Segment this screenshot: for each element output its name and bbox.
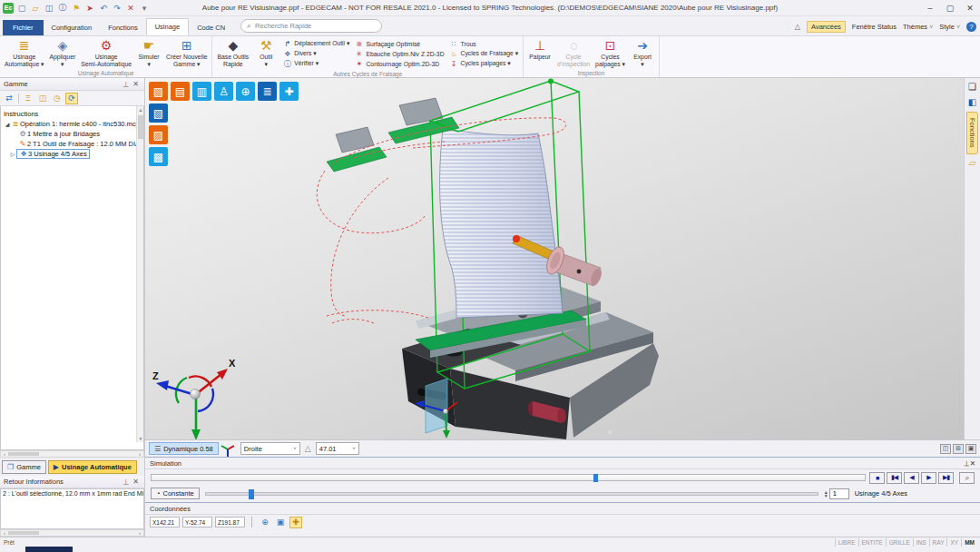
info-icon[interactable]: ⓘ [57,3,68,14]
open-folder-icon[interactable]: ▱ [30,3,41,14]
tab-usinage[interactable]: Usinage [146,18,190,35]
cycles-palpages-button[interactable]: ⊡ Cycles palpages ▾ [593,37,628,69]
appliquer-button[interactable]: ◈ Appliquer ▾ [46,37,78,69]
cycle-inspection-button[interactable]: ◌ Cycle d'Inspection [554,37,593,69]
retour-pin-icon[interactable]: ⊤ [121,478,131,486]
outil-button[interactable]: ⚒ Outil ▾ [251,37,280,70]
cycles-de-fraisage-button[interactable]: ♨ Cycles de Fraisage ▾ [450,49,518,58]
maximize-button[interactable]: ▢ [940,1,960,15]
cycles-palpages-small-button[interactable]: ↧ Cycles palpages ▾ [450,59,518,68]
simulation-close-icon[interactable]: ✕ [970,459,975,468]
y-coordinate-field[interactable]: Y-52.74 [182,517,212,527]
tree-item-bridages[interactable]: ⚙ 1 Mettre à jour Bridages [4,129,142,139]
retour-horizontal-scrollbar[interactable]: ‹› [0,529,144,537]
creer-nouvelle-gamme-button[interactable]: ⊞ Créer Nouvelle Gamme ▾ [163,37,210,69]
list-display-icon[interactable]: ≣ [258,82,277,101]
simulation-progress-bar[interactable] [151,474,866,481]
tree-root-instructions[interactable]: Instructions [4,109,142,119]
stop-button[interactable]: ■ [869,472,885,484]
gamme-close-icon[interactable]: ✕ [131,80,141,88]
flag-icon[interactable]: ⚑ [71,3,82,14]
stock-display-icon[interactable]: ▧ [149,82,168,101]
gamme-pin-icon[interactable]: ⊤ [121,80,131,88]
gamme-vertical-scrollbar[interactable]: ▲ ▼ [136,106,143,442]
solid-view-icon[interactable]: ▧ [149,104,168,123]
machining-table-icon[interactable]: ▤ [171,82,190,101]
tab-fonctions[interactable]: Fonctions [100,20,146,35]
trous-button[interactable]: ∷ Trous [450,39,518,48]
stock-view-icon[interactable]: ▨ [149,125,168,144]
undo-icon[interactable]: ↶ [98,3,109,14]
z-coordinate-field[interactable]: Z191.87 [215,517,245,527]
save-icon[interactable]: ◫ [44,3,54,14]
advanced-toggle[interactable]: Avancées [807,21,846,33]
speed-slider-handle[interactable] [249,489,254,499]
expand-arrow-icon[interactable]: ◢ [4,121,11,127]
deplacement-outil-button[interactable]: ↱ Déplacement Outil ▾ [283,39,349,48]
gamme-machine-view-icon[interactable]: ◫ [36,93,49,104]
contournage-optim-button[interactable]: ✶ Contournage Optim.2D-3D [355,59,444,68]
angle-value-select[interactable]: 47.01 ˅ [316,442,359,455]
speed-slider[interactable] [205,492,818,496]
layout-grid-icon[interactable]: ▣ [965,444,976,454]
machine-display-icon[interactable]: ▥ [192,82,211,101]
gamme-regenerate-icon[interactable]: ⟳ [65,93,78,104]
tab-gamme-panel[interactable]: ❐ Gamme [2,460,46,474]
go-to-end-button[interactable]: ▶▮ [938,472,954,484]
palpeur-button[interactable]: ⊥ Palpeur [525,37,554,69]
tool-display-icon[interactable]: ♙ [214,82,233,101]
tab-fichier[interactable]: Fichier [3,20,44,35]
window-status-menu[interactable]: Fenêtre Status [852,23,897,31]
close-button[interactable]: ✕ [960,1,980,15]
redo-icon[interactable]: ↷ [112,3,122,14]
collapse-ribbon-icon[interactable]: △ [795,23,800,31]
dynamic-mode-chip[interactable]: ☰ Dynamique 0.58 [149,442,219,455]
progress-marker[interactable] [593,474,598,482]
gamme-horizontal-scrollbar[interactable]: ‹› [0,450,144,458]
surfacage-optimise-button[interactable]: ≋ Surfaçage Optimisé [355,39,444,48]
analyze-icon[interactable]: ⌕ [959,472,975,484]
status-grille[interactable]: GRILLE [886,538,913,547]
step-back-button[interactable]: ◀ [904,472,919,484]
x-coordinate-field[interactable]: X142.21 [150,517,180,527]
viewport-scene[interactable]: Z X Y ▧ ▤ ▥ ♙ ⊕ ≣ ✚ ▧ ▨ ▩ [145,78,964,439]
quick-search-input[interactable]: ⌕ Recherche Rapide [240,19,382,33]
help-icon[interactable]: ? [966,22,976,32]
simuler-button[interactable]: ☛ Simuler ▾ [134,37,163,69]
usinage-semi-automatique-button[interactable]: ⚙ Usinage Semi-Automatique [78,37,134,69]
layout-split-icon[interactable]: ⊞ [953,444,964,454]
gamme-sequence-icon[interactable]: Ξ [22,93,34,104]
status-xy[interactable]: XY [946,538,961,547]
divers-button[interactable]: ❖ Divers ▾ [283,49,349,58]
tree-item-usinage-45-axes[interactable]: ▷ ❖ 3 Usinage 4/5 Axes [4,149,142,159]
go-to-start-button[interactable]: ▮◀ [887,472,902,484]
status-libre[interactable]: LIBRE [835,538,858,547]
simulation-pin-icon[interactable]: ⊤ [964,459,970,468]
minimize-button[interactable]: – [920,1,940,15]
tab-code-cn[interactable]: Code CN [189,20,233,35]
export-button[interactable]: ➔ Export ▾ [628,37,657,69]
tab-configuration[interactable]: Configuration [44,20,101,35]
constante-button[interactable]: ◔ Constante [151,488,200,499]
delete-icon[interactable]: ✕ [125,3,136,14]
ebauche-optim-button[interactable]: ✳ Ebauche Optim.Niv Z 2D-3D [355,49,444,58]
fonctions-vertical-tab[interactable]: Fonctions [966,112,978,154]
status-entite[interactable]: ENTITE [858,538,886,547]
view-orientation-select[interactable]: Droite ˅ [240,442,300,455]
move-display-icon[interactable]: ✚ [279,82,299,101]
launch-icon[interactable]: ➤ [84,3,95,14]
active-ucs-icon[interactable]: ✚ [289,517,302,528]
zoom-extents-icon[interactable]: ⊕ [236,82,255,101]
status-ray[interactable]: RAY [929,538,947,547]
status-mm[interactable]: MM [961,538,977,547]
layers-icon[interactable]: ◧ [965,95,979,109]
new-file-icon[interactable]: ▢ [16,3,27,14]
gamme-time-icon[interactable]: ◷ [51,93,64,104]
folder-tools-icon[interactable]: ▱ [965,156,979,170]
wireframe-view-icon[interactable]: ▩ [149,147,168,166]
collapse-arrow-icon[interactable]: ▷ [9,151,16,157]
spinner-arrows-icon[interactable]: ▲▼ [824,490,828,498]
tree-item-outil-fraisage[interactable]: ✎ 2 T1 Outil de Fraisage : 12.0 MM DIA X… [4,139,142,149]
world-cpl-icon[interactable]: ⊕ [259,517,271,528]
usinage-automatique-button[interactable]: ≣ Usinage Automatique ▾ [2,37,46,69]
